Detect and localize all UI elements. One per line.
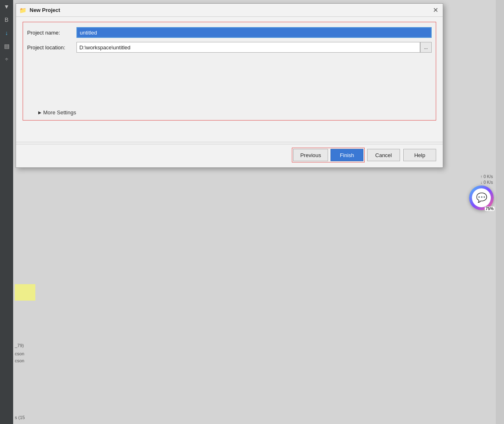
- help-button[interactable]: Help: [403, 149, 436, 161]
- project-name-label: Project name:: [27, 30, 76, 36]
- dialog-title-icon: 📁: [19, 7, 26, 14]
- footer-button-group: Previous Finish: [292, 148, 365, 162]
- cancel-button[interactable]: Cancel: [367, 149, 400, 161]
- dialog-titlebar: 📁 New Project ✕: [16, 4, 443, 17]
- more-settings-toggle[interactable]: ▶ More Settings: [38, 108, 76, 117]
- previous-button[interactable]: Previous: [293, 149, 328, 161]
- project-name-input[interactable]: [76, 27, 432, 38]
- more-settings-area: ▶ More Settings: [16, 125, 443, 142]
- dialog-body: Project name: Project location: ...: [16, 17, 443, 125]
- more-settings-arrow-icon: ▶: [38, 110, 42, 115]
- content-area: Project name: Project location: ...: [23, 22, 436, 120]
- more-settings-label: More Settings: [43, 109, 76, 116]
- dialog-close-button[interactable]: ✕: [431, 6, 439, 14]
- dialog-title-text: New Project: [30, 7, 428, 13]
- dialog-overlay: 📁 New Project ✕ Project name: Project lo…: [0, 0, 504, 424]
- browse-button[interactable]: ...: [420, 42, 432, 53]
- dialog-footer: Previous Finish Cancel Help: [16, 144, 443, 167]
- project-location-input[interactable]: [76, 42, 420, 53]
- project-location-row: Project location: ...: [27, 42, 432, 53]
- finish-button[interactable]: Finish: [331, 149, 363, 161]
- project-name-row: Project name:: [27, 27, 432, 38]
- new-project-dialog: 📁 New Project ✕ Project name: Project lo…: [16, 3, 443, 168]
- project-location-label: Project location:: [27, 44, 76, 51]
- footer-separator: [16, 142, 443, 142]
